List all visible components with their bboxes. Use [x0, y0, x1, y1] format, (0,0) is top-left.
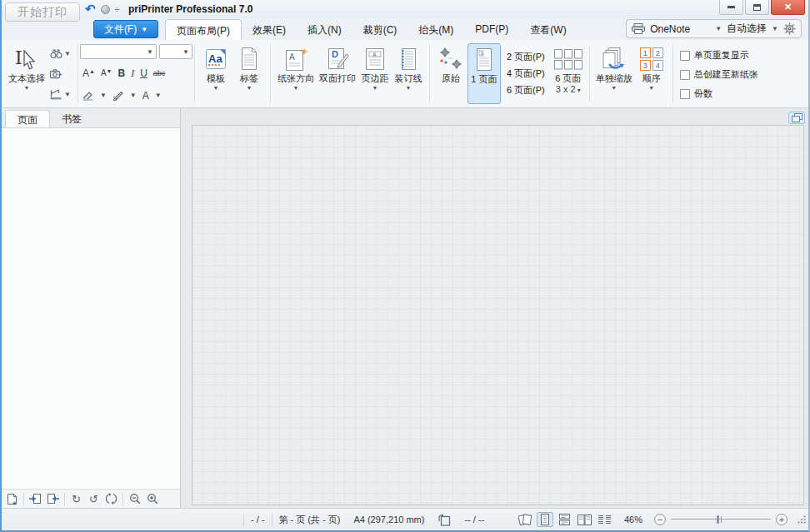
zoom-out-button[interactable]	[127, 491, 142, 507]
zoom-out-slider-button[interactable]: −	[654, 514, 666, 525]
view-thumbnails-button[interactable]	[597, 512, 613, 527]
tab-crop[interactable]: 裁剪(C)	[352, 19, 408, 40]
resize-grip[interactable]	[792, 515, 808, 524]
tag-label: 标签	[240, 73, 258, 84]
preview-area[interactable]	[181, 108, 808, 508]
paper-size-indicator[interactable]: A4 (297,210 mm)	[347, 515, 431, 525]
copies-checkbox[interactable]: 份数	[680, 87, 758, 100]
orientation-button[interactable]	[431, 514, 458, 526]
one-page-button[interactable]: 1 1 页面	[468, 43, 501, 104]
view-single-page-icon	[540, 514, 550, 525]
insert-page-before-button[interactable]	[28, 491, 43, 507]
snapshot-button[interactable]	[48, 67, 73, 82]
view-single-page-button[interactable]	[537, 512, 553, 527]
file-menu-label: 文件(F)	[104, 22, 137, 37]
undo-icon[interactable]: ↶	[85, 2, 96, 16]
format-pen-dropdown-icon[interactable]: ▼	[130, 92, 137, 99]
view-3d-button[interactable]	[517, 512, 533, 527]
six-pages-option[interactable]: 6 页面(P)	[504, 83, 548, 97]
four-pages-option[interactable]: 4 页面(P)	[504, 67, 548, 81]
sidebar-tab-bookmarks[interactable]: 书签	[50, 110, 93, 127]
close-button[interactable]: ✕	[771, 0, 805, 15]
zoom-in-slider-button[interactable]: +	[776, 514, 788, 525]
single-page-repeat-checkbox[interactable]: 单页重复显示	[680, 49, 758, 62]
printer-dropdown-icon[interactable]: ▼	[715, 25, 722, 32]
rotate-cw-button[interactable]: ↻	[68, 491, 84, 507]
text-select-button[interactable]: I 文本选择 ▼	[6, 43, 48, 104]
group-paper-setup: A 纸张方向 ▼ D 双面打印 A 页边距 ▼	[271, 42, 429, 106]
zoom-level-indicator[interactable]: 46%	[618, 515, 649, 525]
font-size-combo[interactable]: ▼	[159, 44, 192, 59]
sidebar-tab-pages[interactable]: 页面	[5, 110, 50, 127]
gutter-icon	[398, 45, 418, 73]
two-pages-option[interactable]: 2 页面(P)	[504, 50, 548, 64]
font-color-dropdown-icon[interactable]: ▼	[155, 92, 162, 99]
zoom-in-button[interactable]	[144, 491, 160, 507]
rotate-ccw-button[interactable]: ↺	[86, 491, 102, 507]
view-facing-pages-button[interactable]	[577, 512, 593, 527]
shrink-font-button[interactable]: A▼	[101, 67, 112, 79]
paper-orientation-button[interactable]: A 纸张方向 ▼	[275, 43, 317, 104]
insert-page-after-button[interactable]	[45, 491, 61, 507]
file-menu-button[interactable]: 文件(F) ▼	[93, 20, 158, 38]
printer-name[interactable]: OneNote	[650, 23, 710, 35]
tag-icon	[239, 45, 259, 73]
duplex-button[interactable]: D 双面打印	[317, 43, 358, 104]
view-continuous-button[interactable]	[557, 512, 573, 527]
margins-button[interactable]: A 页边距 ▼	[358, 43, 392, 104]
sidebar-page-list[interactable]	[2, 128, 180, 489]
new-page-button[interactable]	[4, 491, 20, 507]
grow-font-button[interactable]: A▲	[82, 67, 95, 79]
tab-pdf[interactable]: PDF(P)	[464, 19, 519, 40]
svg-text:I: I	[15, 47, 22, 68]
tab-effects[interactable]: 效果(E)	[242, 19, 297, 40]
preview-sheet[interactable]	[192, 125, 804, 505]
create-new-sheet-checkbox[interactable]: 总创建至新纸张	[680, 68, 758, 81]
six-pages-grid-dropdown-icon: ▾	[576, 87, 581, 94]
view-facing-pages-icon	[578, 515, 592, 525]
qat-customize-icon[interactable]: ÷	[115, 4, 120, 14]
rotate-180-button[interactable]	[103, 491, 119, 507]
template-label: 模板	[207, 73, 225, 84]
zoom-slider-thumb[interactable]	[717, 515, 719, 524]
gear-icon[interactable]	[783, 22, 796, 35]
six-pages-grid-button[interactable]: 6 页面 3 x 2 ▾	[551, 43, 586, 104]
format-pen-button[interactable]	[112, 90, 124, 101]
paper-orientation-icon: A	[283, 45, 308, 73]
tab-letterhead[interactable]: 抬头(M)	[408, 19, 464, 40]
font-family-combo[interactable]: ▼	[80, 44, 157, 59]
font-color-row: ▼ ▼ A ▼	[80, 87, 192, 103]
sphere-icon[interactable]	[101, 5, 110, 14]
find-button[interactable]: ▼	[48, 46, 73, 61]
individual-scale-button[interactable]: 单独缩放 ▼	[593, 43, 635, 104]
maximize-button[interactable]	[745, 0, 769, 15]
ribbon: I 文本选择 ▼ ▼ ▼	[2, 40, 808, 108]
order-button[interactable]: 1 2 3 4 顺序 ▼	[635, 43, 668, 104]
gutter-label: 装订线	[394, 73, 422, 84]
italic-button[interactable]: I	[131, 67, 134, 79]
underline-button[interactable]: U	[140, 67, 148, 79]
sidebar-tabs: 页面 书签	[2, 108, 180, 128]
minimize-button[interactable]	[719, 0, 743, 15]
strikethrough-button[interactable]: abc	[153, 67, 166, 79]
zoom-slider[interactable]	[671, 514, 771, 525]
gutter-button[interactable]: 装订线 ▼	[392, 43, 425, 104]
font-color-button[interactable]: A	[142, 90, 149, 102]
original-button[interactable]: 原始	[434, 43, 468, 104]
preview-pages-toggle[interactable]	[788, 112, 805, 124]
highlight-button[interactable]	[82, 90, 94, 101]
individual-scale-icon	[601, 45, 628, 73]
auto-select-dropdown-icon[interactable]: ▼	[772, 25, 778, 32]
auto-select-option[interactable]: 自动选择	[727, 22, 767, 36]
tab-page-layout[interactable]: 页面布局(P)	[165, 19, 242, 40]
tag-button[interactable]: 标签 ▼	[232, 43, 266, 104]
highlight-dropdown-icon[interactable]: ▼	[100, 92, 107, 99]
bold-button[interactable]: B	[118, 67, 125, 79]
tab-insert[interactable]: 插入(N)	[297, 19, 352, 40]
tab-view[interactable]: 查看(W)	[519, 19, 577, 40]
view-continuous-icon	[558, 514, 571, 525]
group-template: Aa 模板 ▼ 标签 ▼	[195, 42, 270, 106]
text-select-label: 文本选择	[8, 73, 45, 84]
measure-button[interactable]: ▼	[48, 87, 73, 102]
template-button[interactable]: Aa 模板 ▼	[199, 43, 232, 104]
